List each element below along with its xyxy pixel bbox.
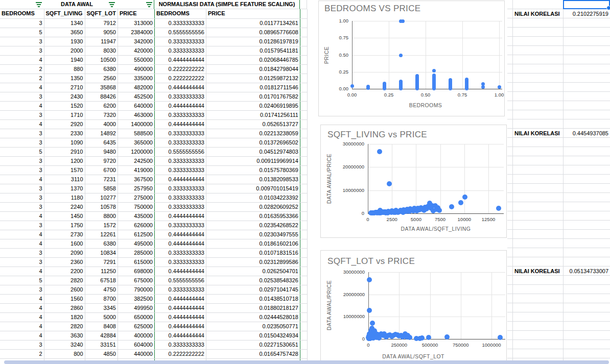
cell[interactable]: 3 <box>0 184 44 193</box>
cell[interactable]: 10578 <box>85 202 118 211</box>
empty-cell[interactable] <box>300 276 307 285</box>
section-header-data-awal[interactable]: DATA AWAL <box>0 0 154 9</box>
cell[interactable]: 2730 <box>44 230 85 239</box>
cell[interactable]: 0.3333333333 <box>154 18 206 28</box>
cell[interactable]: 0.3333333333 <box>154 193 206 202</box>
cell[interactable]: 4750 <box>85 285 118 294</box>
cell[interactable]: 0.01654757428 <box>206 349 300 358</box>
cell[interactable]: 400000 <box>118 331 154 340</box>
cell[interactable]: 0.01880218127 <box>206 303 300 312</box>
cell[interactable]: 4 <box>0 239 44 248</box>
cell[interactable]: 8700 <box>85 294 118 303</box>
chart-bedrooms-vs-price[interactable]: BEDROOMS VS PRICE BEDROOMS PRICE 0.000.2… <box>318 1 505 116</box>
cell[interactable]: 382500 <box>118 294 154 303</box>
cell[interactable]: 10500 <box>85 55 118 64</box>
cell[interactable]: 0.02068446785 <box>206 55 300 64</box>
filter-icon[interactable] <box>109 2 115 7</box>
cell[interactable]: 4 <box>0 312 44 322</box>
cell[interactable]: 675000 <box>118 276 154 285</box>
empty-cell[interactable] <box>300 349 307 358</box>
cell[interactable]: 0.3333333333 <box>154 110 206 119</box>
cell[interactable]: 0.08965776608 <box>206 28 300 37</box>
cell[interactable]: 0.3333333333 <box>154 221 206 230</box>
cell[interactable]: 3 <box>0 165 44 175</box>
cell[interactable]: 2384000 <box>118 28 154 37</box>
cell[interactable]: 0.2222222222 <box>154 64 206 74</box>
cell[interactable]: 0.4444444444 <box>154 331 206 340</box>
section-header-normalisasi[interactable]: NORMALISASI DATA (SIMPLE FEATURE SCALING… <box>154 0 300 9</box>
cell[interactable]: 242500 <box>118 156 154 165</box>
cell[interactable]: 3 <box>0 37 44 46</box>
empty-cell[interactable] <box>300 101 307 110</box>
cell[interactable]: 9720 <box>85 156 118 165</box>
cell[interactable]: 0.02538548326 <box>206 276 300 285</box>
cell[interactable]: 604000 <box>118 340 154 349</box>
cell[interactable]: 0.5555555556 <box>154 28 206 37</box>
cell[interactable]: 4 <box>0 294 44 303</box>
cell[interactable]: 1710 <box>44 110 85 119</box>
cell[interactable]: 11250 <box>85 266 118 276</box>
cell[interactable]: 1940 <box>44 55 85 64</box>
korelasi-label-bedrooms[interactable]: NILAI KORELASI <box>512 9 563 18</box>
korelasi-value-bedrooms[interactable]: 0.2102275919 <box>563 9 610 18</box>
korelasi-label-sqft-living[interactable]: NILAI KORELASI <box>512 129 563 138</box>
cell[interactable]: 365000 <box>118 138 154 147</box>
empty-cell[interactable] <box>300 147 307 156</box>
cell[interactable]: 8800 <box>85 211 118 221</box>
cell[interactable]: 35868 <box>85 83 118 92</box>
cell[interactable]: 3650 <box>44 28 85 37</box>
cell[interactable]: 2330 <box>44 129 85 138</box>
cell[interactable]: 2 <box>0 349 44 358</box>
empty-cell[interactable] <box>300 239 307 248</box>
cell[interactable]: 4000 <box>85 119 118 129</box>
cell[interactable]: 1560 <box>44 294 85 303</box>
cell[interactable]: 2820 <box>44 276 85 285</box>
filter-icon[interactable] <box>146 2 152 7</box>
cell[interactable]: 285000 <box>118 248 154 257</box>
cell[interactable]: 0.02406919895 <box>206 101 300 110</box>
cell[interactable]: 42884 <box>85 331 118 340</box>
fill-handle[interactable] <box>606 6 610 10</box>
cell[interactable]: 0.01741256111 <box>206 110 300 119</box>
empty-cell[interactable] <box>300 165 307 175</box>
cell[interactable]: 0.01286197819 <box>206 37 300 46</box>
cell[interactable]: 0.3333333333 <box>154 285 206 294</box>
cell[interactable]: 0.02444528018 <box>206 312 300 322</box>
cell[interactable]: 490000 <box>118 64 154 74</box>
cell[interactable]: 0.0235050771 <box>206 322 300 331</box>
cell[interactable]: 3 <box>0 138 44 147</box>
cell[interactable]: 4 <box>0 119 44 129</box>
cell[interactable]: 0.01071831516 <box>206 248 300 257</box>
cell[interactable]: 2860 <box>44 303 85 312</box>
empty-cell[interactable] <box>300 156 307 165</box>
cell[interactable]: 4 <box>0 266 44 276</box>
cell[interactable]: 2820 <box>44 322 85 331</box>
cell[interactable]: 0.4444444444 <box>154 119 206 129</box>
cell[interactable]: 0.3333333333 <box>154 156 206 165</box>
empty-cell[interactable] <box>300 0 307 9</box>
cell[interactable]: 0.4444444444 <box>154 175 206 184</box>
cell[interactable]: 0.3333333333 <box>154 37 206 46</box>
cell[interactable]: 3 <box>0 285 44 294</box>
cell[interactable]: 419000 <box>118 165 154 175</box>
cell[interactable]: 4850 <box>85 349 118 358</box>
horizontal-scrollbar[interactable] <box>4 360 609 364</box>
cell[interactable]: 4 <box>0 55 44 64</box>
cell[interactable]: 2920 <box>44 119 85 129</box>
empty-cell[interactable] <box>300 248 307 257</box>
cell[interactable]: 0.01861602106 <box>206 239 300 248</box>
cell[interactable]: 10834 <box>85 248 118 257</box>
cell[interactable]: 3 <box>0 202 44 211</box>
cell[interactable]: 9480 <box>85 147 118 156</box>
cell[interactable]: 2000 <box>44 46 85 55</box>
cell[interactable]: 3630 <box>44 331 85 340</box>
korelasi-label-sqft-lot[interactable]: NILAI KORELASI <box>512 266 563 276</box>
selected-cell[interactable] <box>563 0 610 9</box>
cell[interactable]: 3110 <box>44 175 85 184</box>
cell[interactable]: 3 <box>0 248 44 257</box>
cell[interactable]: 342000 <box>118 37 154 46</box>
cell[interactable]: 10277 <box>85 193 118 202</box>
cell[interactable]: 0.0526513727 <box>206 119 300 129</box>
empty-cell[interactable] <box>300 211 307 221</box>
cell[interactable]: 452500 <box>118 92 154 101</box>
